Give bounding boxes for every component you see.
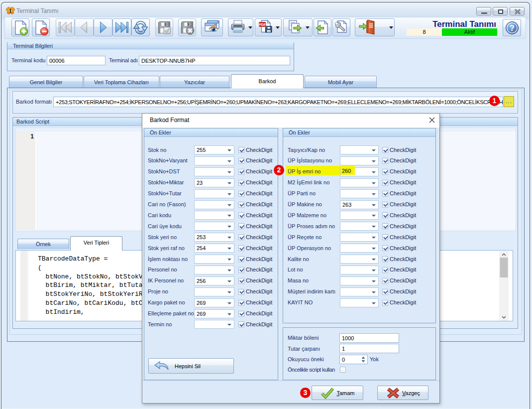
svg-text:PDF: PDF: [259, 23, 266, 26]
svg-text:?: ?: [510, 24, 515, 32]
